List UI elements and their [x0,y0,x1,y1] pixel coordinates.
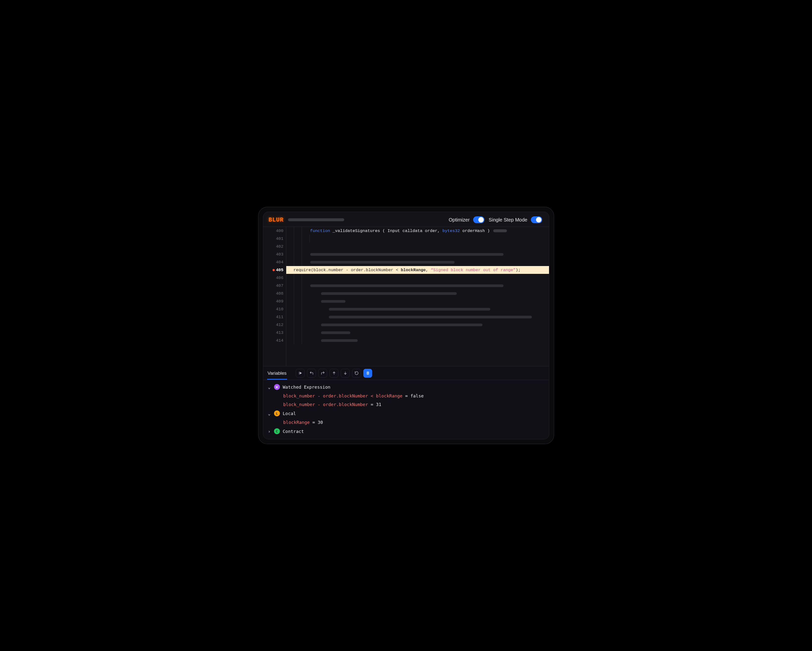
line-number[interactable]: 409 [263,297,286,305]
var-group[interactable]: ⌄WWatched Expression [268,384,545,390]
optimizer-toggle-group: Optimizer [449,216,484,223]
stack-button[interactable] [363,369,372,377]
line-number[interactable]: 407 [263,282,286,290]
app-screen: BLUR Optimizer Single Step Mode 40040140… [263,212,549,439]
header-placeholder [288,218,344,221]
redacted-code-icon [310,253,504,256]
code-line[interactable] [286,243,549,251]
code-line[interactable] [286,258,549,266]
line-number[interactable]: 404 [263,258,286,266]
line-number[interactable]: 401 [263,235,286,243]
device-frame: BLUR Optimizer Single Step Mode 40040140… [258,207,554,444]
group-badge-icon: W [274,384,280,390]
chevron-right-icon[interactable]: › [268,429,271,434]
line-gutter[interactable]: 4004014024034044054064074084094104114124… [263,227,286,366]
redacted-code-icon [321,292,457,295]
line-number[interactable]: 412 [263,321,286,329]
line-number[interactable]: 410 [263,305,286,313]
line-number[interactable]: 400 [263,227,286,235]
redacted-code-icon [321,300,345,303]
app-header: BLUR Optimizer Single Step Mode [263,212,549,227]
group-label: Local [283,411,296,416]
line-number[interactable]: 413 [263,329,286,336]
redacted-code-icon [310,284,504,287]
code-area[interactable]: function _validateSignatures ( Input cal… [286,227,549,366]
code-line[interactable]: function _validateSignatures ( Input cal… [286,227,549,235]
line-number[interactable]: 414 [263,336,286,344]
redacted-code-icon [329,308,490,310]
code-line[interactable] [286,274,549,282]
line-number[interactable]: 405 [263,266,286,274]
variable-row[interactable]: block_number - order.blockNumber = 31 [268,402,545,407]
variable-row[interactable]: blockRange = 30 [268,420,545,425]
restart-button[interactable] [352,369,361,377]
var-group[interactable]: ›CContract [268,428,545,434]
redacted-code-icon [310,261,455,264]
group-badge-icon: C [274,428,280,434]
code-line[interactable] [286,282,549,290]
redacted-code-icon [329,316,532,318]
line-number[interactable]: 402 [263,243,286,251]
brand-logo: BLUR [269,217,284,223]
variable-row[interactable]: block_number - order.blockNumber < block… [268,393,545,399]
debugger-controls [296,369,372,377]
code-line[interactable]: require(block.number - order.blockNumber… [286,266,549,274]
code-line[interactable] [286,290,549,297]
code-line[interactable] [286,235,549,243]
group-label: Contract [283,429,304,434]
single-step-toggle-group: Single Step Mode [489,216,542,223]
code-line[interactable] [286,297,549,305]
chevron-down-icon[interactable]: ⌄ [268,385,271,390]
optimizer-switch[interactable] [473,216,484,223]
debugger-panel: Variables ⌄WWatched Expressionblock_numb… [263,366,549,439]
code-line[interactable] [286,251,549,258]
breakpoint-icon[interactable] [273,269,275,271]
step-over-button[interactable] [318,369,327,377]
optimizer-label: Optimizer [449,217,470,223]
debugger-tabs: Variables [263,366,549,380]
chevron-down-icon[interactable]: ⌄ [268,411,271,416]
line-number[interactable]: 408 [263,290,286,297]
redacted-code-icon [321,339,358,342]
continue-button[interactable] [296,369,305,377]
var-group[interactable]: ⌄LLocal [268,410,545,416]
single-step-label: Single Step Mode [489,217,528,223]
step-into-button[interactable] [341,369,350,377]
code-line[interactable] [286,305,549,313]
redacted-code-icon [321,332,350,334]
code-line[interactable] [286,313,549,321]
code-line[interactable] [286,336,549,344]
group-label: Watched Expression [283,385,331,390]
tab-variables[interactable]: Variables [267,367,287,379]
step-out-button[interactable] [330,369,338,377]
group-badge-icon: L [274,410,280,416]
code-editor[interactable]: 4004014024034044054064074084094104114124… [263,227,549,366]
code-line[interactable] [286,329,549,336]
redacted-code-icon [321,324,482,326]
line-number[interactable]: 406 [263,274,286,282]
single-step-switch[interactable] [531,216,542,223]
line-number[interactable]: 403 [263,251,286,258]
code-line[interactable] [286,321,549,329]
variables-pane: ⌄WWatched Expressionblock_number - order… [263,380,549,439]
step-over-back-button[interactable] [307,369,316,377]
svg-marker-1 [300,372,302,374]
line-number[interactable]: 411 [263,313,286,321]
